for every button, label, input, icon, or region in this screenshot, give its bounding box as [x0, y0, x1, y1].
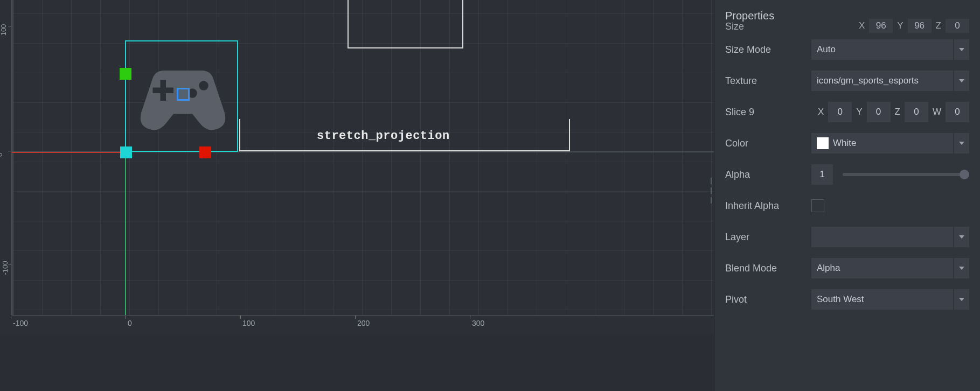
gizmo-handle-red[interactable]	[199, 146, 211, 158]
size-mode-select[interactable]: Auto	[811, 39, 953, 60]
ruler-x-tick	[126, 316, 126, 319]
alpha-input[interactable]: 1	[811, 164, 833, 185]
layer-select[interactable]	[811, 227, 953, 247]
size-x-label: X	[858, 20, 866, 31]
size-label: Size	[725, 21, 806, 32]
layer-row: Layer	[725, 221, 969, 253]
gizmo-handle-origin[interactable]	[120, 146, 132, 158]
texture-dropdown-button[interactable]	[954, 71, 969, 91]
ruler-x-tick	[240, 316, 241, 319]
ruler-x-label: -100	[13, 319, 28, 327]
texture-select[interactable]: icons/gm_sports_esports	[811, 71, 953, 91]
scene-viewport[interactable]: stretch_projection 1000-100 -10001002003…	[0, 0, 714, 391]
alpha-slider-thumb[interactable]	[960, 170, 969, 179]
ruler-x-tick	[355, 316, 356, 319]
ruler-x-tick	[470, 316, 470, 319]
size-row: Size X 96 Y 96 Z 0	[725, 19, 969, 34]
size-mode-value: Auto	[817, 44, 836, 55]
size-z-input[interactable]: 0	[946, 19, 969, 33]
blend-mode-label: Blend Mode	[725, 263, 806, 274]
ruler-x-label: 200	[357, 319, 370, 327]
slice9-w-input[interactable]: 0	[946, 102, 969, 122]
chevron-down-icon	[959, 267, 964, 270]
chevron-down-icon	[959, 235, 964, 239]
blend-mode-value: Alpha	[817, 263, 840, 274]
axis-x-negative	[0, 152, 125, 153]
ruler-y-label: 100	[0, 24, 8, 36]
size-mode-row: Size Mode Auto	[725, 34, 969, 65]
app-root: stretch_projection 1000-100 -10001002003…	[0, 0, 980, 391]
object-label: stretch_projection	[317, 129, 450, 143]
blend-mode-row: Blend Mode Alpha	[725, 253, 969, 284]
size-mode-dropdown-button[interactable]	[954, 39, 969, 60]
chevron-down-icon	[959, 142, 964, 145]
size-mode-label: Size Mode	[725, 44, 806, 55]
chevron-down-icon	[959, 298, 964, 301]
texture-row: Texture icons/gm_sports_esports	[725, 65, 969, 96]
properties-panel: Properties Size X 96 Y 96 Z 0 Size Mode	[714, 0, 980, 391]
pivot-value: South West	[817, 294, 864, 305]
blend-mode-select[interactable]: Alpha	[811, 258, 953, 278]
slice9-w-label: W	[932, 107, 942, 117]
color-value: White	[833, 138, 856, 149]
ruler-x-tick	[11, 316, 11, 319]
texture-label: Texture	[725, 75, 806, 87]
slice9-row: Slice 9 X 0 Y 0 Z 0 W 0	[725, 96, 969, 128]
size-x-input[interactable]: 96	[869, 19, 893, 33]
alpha-row: Alpha 1	[725, 159, 969, 190]
gizmo-handle-center[interactable]	[177, 88, 190, 101]
slice9-x-input[interactable]: 0	[828, 102, 852, 122]
ruler-y-label: -100	[1, 261, 9, 275]
texture-value: icons/gm_sports_esports	[817, 75, 919, 86]
color-swatch-icon	[817, 137, 829, 149]
pivot-label: Pivot	[725, 294, 806, 305]
alpha-slider[interactable]	[843, 173, 969, 176]
pivot-dropdown-button[interactable]	[954, 289, 969, 310]
color-row: Color White	[725, 128, 969, 159]
pivot-select[interactable]: South West	[811, 289, 953, 310]
slice9-x-label: X	[817, 107, 825, 117]
ruler-vertical: 1000-100	[0, 0, 12, 315]
chevron-down-icon	[959, 48, 964, 51]
pivot-row: Pivot South West	[725, 284, 969, 315]
axis-y-positive	[125, 152, 126, 315]
ruler-x-label: 0	[128, 319, 132, 327]
ruler-horizontal: -1000100200300	[12, 315, 714, 334]
ruler-y-tick	[8, 151, 11, 151]
inherit-alpha-row: Inherit Alpha	[725, 190, 969, 221]
ruler-x-label: 100	[242, 319, 255, 327]
slice9-label: Slice 9	[725, 107, 806, 118]
color-dropdown-button[interactable]	[954, 133, 969, 153]
blend-mode-dropdown-button[interactable]	[954, 258, 969, 278]
inherit-alpha-checkbox[interactable]	[811, 199, 824, 212]
inherit-alpha-label: Inherit Alpha	[725, 200, 806, 212]
size-y-input[interactable]: 96	[908, 19, 932, 33]
alpha-label: Alpha	[725, 169, 806, 180]
size-y-label: Y	[896, 20, 904, 31]
size-z-label: Z	[935, 20, 942, 31]
slice9-z-input[interactable]: 0	[905, 102, 928, 122]
layer-label: Layer	[725, 232, 806, 243]
slice9-y-input[interactable]: 0	[867, 102, 891, 122]
ruler-x-label: 300	[472, 319, 484, 327]
slice9-z-label: Z	[894, 107, 901, 117]
layer-dropdown-button[interactable]	[954, 227, 969, 247]
ruler-y-tick	[8, 26, 11, 26]
chevron-down-icon	[959, 79, 964, 82]
color-select[interactable]: White	[811, 133, 953, 153]
viewport-footer-strip	[0, 334, 714, 391]
gizmo-handle-green[interactable]	[120, 68, 131, 80]
color-label: Color	[725, 138, 806, 149]
slice9-y-label: Y	[855, 107, 863, 117]
unnamed-box-outline[interactable]	[347, 0, 463, 48]
panel-resize-handle[interactable]	[708, 178, 714, 204]
ruler-y-label: 0	[0, 153, 4, 157]
